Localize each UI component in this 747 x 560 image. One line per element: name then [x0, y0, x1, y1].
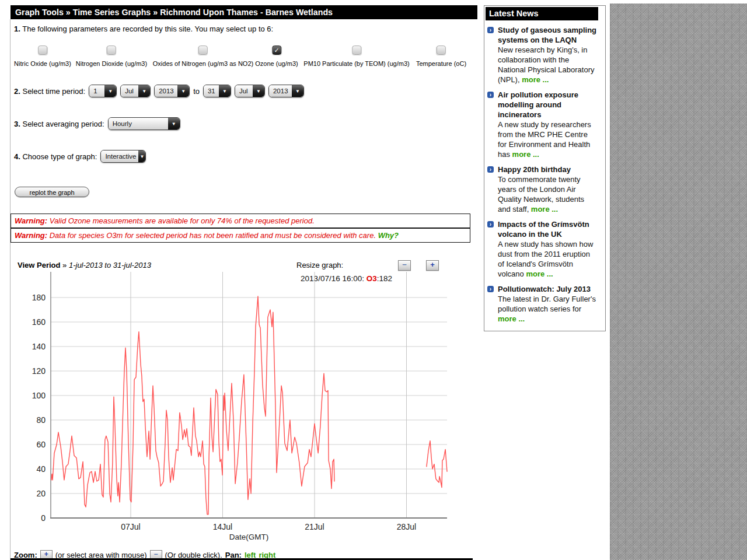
checkbox-icon[interactable] — [437, 46, 446, 55]
news-title[interactable]: Pollutionwatch: July 2013 — [498, 284, 598, 294]
parameter-label: Nitrogen Dioxide (ug/m3) — [76, 60, 147, 67]
news-title[interactable]: Air pollution exposure modelling around … — [498, 90, 598, 120]
ozone-series-line — [51, 296, 334, 514]
x-tick-label: 07Jul — [121, 522, 140, 531]
parameter-label: Temperature (oC) — [416, 60, 466, 67]
parameter-option: PM10 Particulate (by TEOM) (ug/m3) — [303, 46, 409, 68]
from-year-select[interactable]: 2013 ▼ — [154, 85, 190, 97]
x-tick-label: 21Jul — [305, 522, 324, 531]
news-title[interactable]: Study of gaseous sampling systems on the… — [498, 25, 598, 45]
step4-graph-type: 4. Choose type of graph: Interactive ▼ — [14, 150, 146, 163]
news-more-link[interactable]: more ... — [498, 314, 525, 323]
news-item: ›Happy 20th birthdayTo commemorate twent… — [487, 164, 603, 214]
checkbox-icon[interactable] — [198, 46, 208, 55]
why-link[interactable]: Why? — [378, 231, 399, 240]
news-bullet-icon: › — [487, 221, 494, 228]
x-axis-title: Date(GMT) — [229, 533, 269, 541]
news-text: Happy 20th birthdayTo commemorate twenty… — [498, 164, 598, 214]
timeseries-chart[interactable]: 02040608010012014016018007Jul14Jul21Jul2… — [9, 268, 480, 547]
parameter-row: Nitric Oxide (ug/m3)Nitrogen Dioxide (ug… — [0, 46, 479, 69]
y-tick-label: 20 — [36, 489, 46, 498]
y-tick-label: 60 — [36, 440, 46, 449]
parameter-label: Ozone (ug/m3) — [255, 60, 298, 67]
parameter-option: Nitrogen Dioxide (ug/m3) — [76, 46, 147, 68]
news-more-link[interactable]: more ... — [531, 205, 558, 214]
parameter-label: Oxides of Nitrogen (ug/m3 as NO2) — [153, 60, 253, 67]
chevron-down-icon: ▼ — [138, 150, 145, 162]
step2-time-period: 2. Select time period: 1 ▼ Jul ▼ 2013 ▼ … — [14, 85, 304, 97]
step2-label: 2. Select time period: — [14, 87, 85, 96]
chevron-down-icon: ▼ — [104, 85, 116, 97]
news-items: ›Study of gaseous sampling systems on th… — [484, 22, 605, 324]
step3-averaging-period: 3. Select averaging period: Hourly ▼ — [14, 117, 180, 130]
news-item: ›Impacts of the Grímsvötn volcano in the… — [487, 219, 603, 279]
news-more-link[interactable]: more ... — [512, 150, 539, 159]
from-day-select[interactable]: 1 ▼ — [89, 85, 117, 97]
news-more-link[interactable]: more ... — [526, 270, 553, 278]
y-tick-label: 120 — [32, 366, 46, 376]
news-text: Study of gaseous sampling systems on the… — [498, 25, 598, 85]
y-tick-label: 180 — [32, 293, 46, 302]
chevron-down-icon: ▼ — [168, 118, 180, 130]
step4-label: 4. Choose type of graph: — [14, 152, 97, 161]
y-tick-label: 0 — [41, 513, 46, 523]
news-item: ›Study of gaseous sampling systems on th… — [487, 25, 603, 85]
checkbox-icon[interactable] — [38, 46, 47, 55]
latest-news-title: Latest News — [486, 7, 598, 20]
to-word: to — [193, 87, 200, 96]
y-tick-label: 100 — [32, 391, 46, 400]
ozone-series-line — [427, 441, 447, 488]
to-month-select[interactable]: Jul ▼ — [235, 85, 265, 97]
news-text: Air pollution exposure modelling around … — [498, 90, 598, 159]
parameter-option: Oxides of Nitrogen (ug/m3 as NO2) — [153, 46, 253, 68]
news-text: Pollutionwatch: July 2013The latest in D… — [498, 284, 598, 324]
news-item: ›Pollutionwatch: July 2013The latest in … — [487, 284, 603, 324]
y-tick-label: 140 — [32, 342, 46, 351]
news-title[interactable]: Impacts of the Grímsvötn volcano in the … — [498, 219, 598, 239]
x-tick-label: 14Jul — [213, 522, 232, 531]
to-year-select[interactable]: 2013 ▼ — [268, 85, 304, 97]
x-tick-label: 28Jul — [397, 522, 416, 531]
chevron-down-icon: ▼ — [253, 85, 264, 97]
to-day-select[interactable]: 31 ▼ — [203, 85, 231, 97]
news-body: The latest in Dr. Gary Fuller's pollutio… — [498, 295, 596, 313]
news-text: Impacts of the Grímsvötn volcano in the … — [498, 219, 598, 279]
latest-news-panel: Latest News ›Study of gaseous sampling s… — [484, 5, 606, 331]
news-bullet-icon: › — [487, 27, 494, 33]
step1-instruction: 1. The following parameters are recorded… — [14, 24, 273, 33]
page-background-texture — [610, 4, 747, 560]
averaging-period-select[interactable]: Hourly ▼ — [108, 117, 180, 130]
checkbox-icon[interactable] — [107, 46, 116, 55]
chevron-down-icon: ▼ — [219, 85, 231, 97]
news-title[interactable]: Happy 20th birthday — [498, 164, 598, 174]
parameter-label: PM10 Particulate (by TEOM) (ug/m3) — [303, 60, 409, 67]
chevron-down-icon: ▼ — [138, 85, 150, 97]
y-tick-label: 80 — [36, 415, 46, 425]
checkbox-icon[interactable] — [352, 46, 361, 55]
news-more-link[interactable]: more ... — [522, 75, 549, 84]
step3-label: 3. Select averaging period: — [14, 120, 104, 128]
news-bullet-icon: › — [487, 286, 494, 292]
parameter-label: Nitric Oxide (ug/m3) — [14, 60, 71, 67]
parameter-option: Temperature (oC) — [416, 46, 466, 68]
from-month-select[interactable]: Jul ▼ — [120, 85, 151, 97]
chevron-down-icon: ▼ — [177, 85, 189, 97]
page: Graph Tools » Time Series Graphs » Richm… — [0, 0, 747, 560]
checkbox-checked-icon[interactable]: ✓ — [272, 46, 281, 55]
warning-coverage: Warning: Valid Ozone measurements are av… — [11, 214, 470, 228]
warnings-box: Warning: Valid Ozone measurements are av… — [11, 214, 470, 243]
page-title: Graph Tools » Time Series Graphs » Richm… — [11, 5, 477, 19]
news-bullet-icon: › — [487, 166, 494, 173]
warning-unratified: Warning: Data for species O3m for select… — [11, 228, 470, 242]
news-item: ›Air pollution exposure modelling around… — [487, 90, 603, 159]
news-bullet-icon: › — [487, 92, 494, 98]
y-tick-label: 40 — [36, 464, 46, 474]
replot-button[interactable]: replot the graph — [15, 187, 89, 197]
parameter-option: ✓Ozone (ug/m3) — [255, 46, 298, 68]
parameter-option: Nitric Oxide (ug/m3) — [14, 46, 71, 68]
graph-type-select[interactable]: Interactive ▼ — [100, 150, 146, 163]
chevron-down-icon: ▼ — [292, 85, 303, 97]
y-tick-label: 160 — [32, 317, 46, 327]
